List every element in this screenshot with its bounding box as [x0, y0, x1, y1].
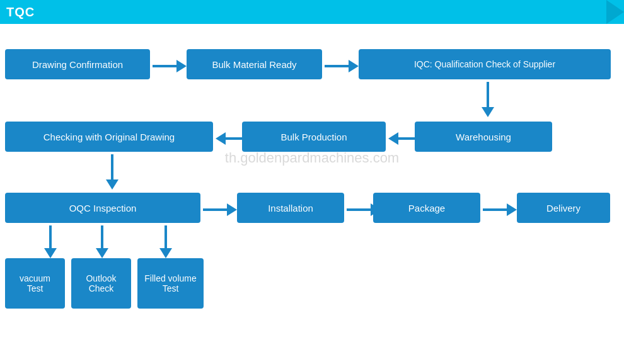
vacuum-line2: Test: [27, 283, 43, 293]
arrow-row1-2: [325, 60, 359, 72]
arrow-row3-1: [203, 203, 237, 216]
arrow-row1-1: [153, 60, 187, 72]
outlook-line1: Outlook: [86, 273, 116, 283]
filled-line2: Test: [163, 283, 179, 293]
warehousing-box: Warehousing: [415, 122, 552, 152]
bulk-material-ready-box: Bulk Material Ready: [187, 49, 322, 79]
filled-volume-test-box: Filled volume Test: [137, 258, 204, 309]
iqc-box: IQC: Qualification Check of Supplier: [359, 49, 611, 79]
checking-original-box: Checking with Original Drawing: [5, 122, 213, 152]
oqc-inspection-box: OQC Inspection: [5, 193, 200, 223]
watermark: th.goldenpardmachines.com: [225, 150, 399, 166]
outlook-line2: Check: [89, 283, 114, 293]
header-arrow: [606, 0, 624, 24]
delivery-box: Delivery: [517, 193, 610, 223]
installation-box: Installation: [237, 193, 344, 223]
bulk-production-box: Bulk Production: [242, 122, 386, 152]
drawing-confirmation-box: Drawing Confirmation: [5, 49, 150, 79]
arrow-row3-3: [483, 203, 517, 216]
arrow-oqc-mid-down: [96, 225, 108, 258]
arrow-oqc-left-down: [44, 225, 57, 258]
arrow-checking-down: [106, 154, 118, 190]
arrow-iqc-down: [482, 82, 494, 117]
arrow-oqc-right-down: [159, 225, 172, 258]
outlook-check-box: Outlook Check: [71, 258, 131, 309]
header: TQC: [0, 0, 624, 24]
filled-line1: Filled volume: [144, 273, 196, 283]
vacuum-test-box: vacuum Test: [5, 258, 65, 309]
vacuum-line1: vacuum: [20, 273, 50, 283]
package-box: Package: [373, 193, 480, 223]
header-title: TQC: [6, 5, 35, 20]
